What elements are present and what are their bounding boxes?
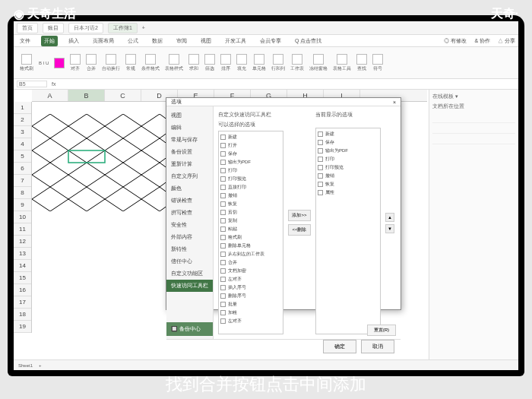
toolbar-align[interactable]: 对齐	[68, 53, 82, 73]
row-12[interactable]: 12	[14, 236, 31, 248]
list-item[interactable]: 剪切	[220, 208, 281, 217]
category-item[interactable]: 编辑	[166, 122, 213, 134]
ribbon-tab-data[interactable]: 数据	[149, 36, 166, 46]
ribbon-tab-review[interactable]: 审阅	[173, 36, 190, 46]
row-14[interactable]: 14	[14, 260, 31, 272]
list-item[interactable]: 新建	[220, 133, 281, 141]
list-item[interactable]: 打开	[220, 141, 281, 150]
row-15[interactable]: 15	[14, 272, 31, 284]
ribbon-right-1[interactable]: & 协作	[474, 37, 490, 45]
list-item[interactable]: 文档加密	[220, 267, 281, 275]
category-item[interactable]: 快速访问工具栏	[166, 280, 213, 292]
list-item[interactable]: 复制	[220, 217, 281, 225]
list-item[interactable]: 恢复	[318, 180, 378, 188]
row-13[interactable]: 13	[14, 248, 31, 260]
toolbar-sum[interactable]: 求和	[187, 53, 201, 73]
remove-button[interactable]: <<删除	[288, 224, 311, 236]
row-5[interactable]: 5	[14, 150, 31, 163]
ribbon-tab-file[interactable]: 文件	[17, 36, 33, 46]
list-item[interactable]: 打印	[220, 166, 281, 175]
ribbon-right-2[interactable]: △ 分享	[498, 37, 515, 45]
list-item[interactable]: 删除序号	[220, 292, 281, 300]
col-B[interactable]: B	[68, 90, 105, 101]
row-8[interactable]: 8	[14, 187, 31, 199]
category-item[interactable]: 视图	[166, 109, 213, 122]
list-item[interactable]: 批量	[220, 300, 281, 309]
row-19[interactable]: 19	[14, 321, 31, 333]
col-A[interactable]: A	[32, 90, 68, 101]
list-item[interactable]: 删除单元格	[220, 242, 281, 250]
toolbar-style[interactable]: 表格样式	[163, 53, 185, 73]
toolbar-format[interactable]: 常规	[124, 53, 138, 73]
move-down-button[interactable]: ▼	[385, 224, 394, 233]
doc-tab-3[interactable]: 工作簿1	[108, 23, 138, 33]
toolbar-cell[interactable]: 单元格	[251, 53, 268, 73]
ribbon-search[interactable]: Q 点击查找	[292, 36, 325, 46]
row-6[interactable]: 6	[14, 163, 31, 175]
toolbar-freeze[interactable]: 冻结窗格	[308, 53, 329, 73]
side-panel-title[interactable]: 在线模板 ▾	[432, 93, 515, 100]
ok-button[interactable]: 确定	[323, 340, 356, 353]
dialog-titlebar[interactable]: 选项 ×	[166, 98, 401, 106]
list-item[interactable]: 插入序号	[220, 283, 281, 292]
cancel-button[interactable]: 取消	[361, 340, 394, 353]
category-item[interactable]: 新特性	[166, 243, 213, 255]
ribbon-tab-member[interactable]: 会员专享	[257, 36, 284, 46]
category-item[interactable]: 信任中心	[166, 255, 213, 268]
ribbon-right-0[interactable]: ◎ 有修改	[444, 37, 467, 45]
list-item[interactable]: 撤销	[220, 192, 281, 200]
row-1[interactable]: 1	[14, 102, 31, 114]
list-item[interactable]: 粘贴	[220, 225, 281, 233]
ribbon-tab-insert[interactable]: 插入	[65, 36, 82, 46]
row-4[interactable]: 4	[14, 138, 31, 150]
list-item[interactable]: 左对齐	[220, 317, 281, 325]
category-item[interactable]: 颜色	[166, 182, 213, 195]
list-item[interactable]: 直接打印	[220, 183, 281, 192]
ribbon-tab-layout[interactable]: 页面布局	[90, 36, 117, 46]
list-item[interactable]: 撤销	[318, 172, 378, 180]
category-item[interactable]: 自定义序列	[166, 170, 213, 182]
fx-icon[interactable]: fx	[52, 81, 55, 87]
category-item[interactable]: 自定义功能区	[166, 268, 213, 280]
toolbar-find[interactable]: 查找	[355, 53, 369, 73]
toolbar-sheet[interactable]: 工作表	[289, 53, 306, 73]
current-list[interactable]: 新建保存输出为PDF打印打印预览撤销恢复属性	[315, 128, 381, 334]
row-17[interactable]: 17	[14, 296, 31, 309]
ribbon-tab-formula[interactable]: 公式	[125, 36, 141, 46]
row-10[interactable]: 10	[14, 211, 31, 223]
row-7[interactable]: 7	[14, 175, 31, 187]
add-button[interactable]: 添加>>	[288, 210, 311, 221]
list-item[interactable]: 合并	[220, 258, 281, 267]
new-tab-button[interactable]: +	[142, 25, 145, 30]
toolbar-merge[interactable]: 合并	[84, 53, 98, 73]
toolbar-sort[interactable]: 排序	[219, 53, 233, 73]
doc-tab-2[interactable]: 日本习语2	[68, 23, 103, 33]
available-list[interactable]: 新建打开保存输出为PDF打印打印预览直接打印撤销恢复剪切复制粘贴格式刷删除单元格…	[218, 131, 283, 334]
doc-tab-1[interactable]: 账目	[43, 23, 64, 33]
category-item[interactable]: 常规与保存	[166, 134, 213, 146]
list-item[interactable]: 从右到左的工作表	[220, 250, 281, 258]
ribbon-tab-home[interactable]: 开始	[41, 36, 58, 46]
toolbar-paste[interactable]: 格式刷	[18, 53, 35, 73]
toolbar-color[interactable]	[52, 57, 66, 69]
toolbar-rowcol[interactable]: 行和列	[270, 53, 287, 73]
name-box[interactable]: B5	[17, 81, 47, 87]
toolbar-filter[interactable]: 筛选	[203, 53, 217, 73]
side-panel-search[interactable]: 文档所在位置	[432, 103, 515, 110]
category-item[interactable]: 安全性	[166, 219, 213, 231]
reset-button[interactable]: 重置(R)	[367, 325, 396, 336]
row-3[interactable]: 3	[14, 126, 31, 138]
row-2[interactable]: 2	[14, 114, 31, 126]
backup-center[interactable]: 🔲 备份中心	[166, 322, 213, 336]
toolbar-font[interactable]: B I U	[37, 60, 50, 66]
sheet-tab[interactable]: Sheet1	[18, 363, 33, 368]
move-up-button[interactable]: ▲	[385, 213, 394, 222]
category-item[interactable]: 备份设置	[166, 146, 213, 158]
category-item[interactable]: 重新计算	[166, 158, 213, 170]
ribbon-tab-dev[interactable]: 开发工具	[222, 36, 249, 46]
list-item[interactable]: 恢复	[220, 200, 281, 208]
list-item[interactable]: 输出为PDF	[318, 147, 378, 155]
list-item[interactable]: 打印预览	[220, 175, 281, 183]
list-item[interactable]: 新建	[318, 130, 378, 138]
row-18[interactable]: 18	[14, 309, 31, 321]
